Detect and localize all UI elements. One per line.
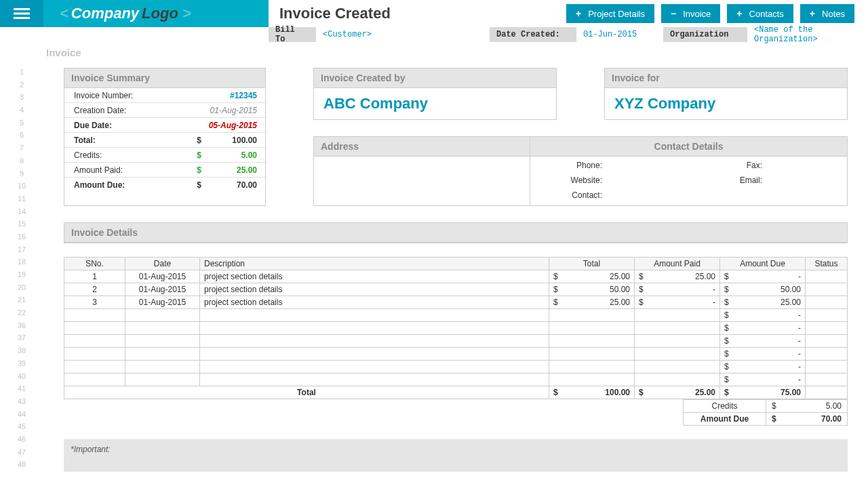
table-row-empty[interactable]: $- (64, 309, 848, 322)
table-row[interactable]: 201-Aug-2015project section details$50.0… (64, 283, 848, 296)
fax-label: Fax: (606, 161, 766, 170)
summary-row-value: 25.00 (205, 165, 265, 175)
row-number: 47 (0, 448, 43, 461)
summary-row-label: Amount Paid: (64, 165, 189, 175)
summary-row-value: #12345 (205, 91, 265, 100)
menu-button[interactable] (0, 0, 43, 27)
action-button-contacts[interactable]: +Contacts (727, 4, 793, 23)
row-number: 44 (0, 410, 43, 423)
summary-row-label: Creation Date: (64, 106, 189, 115)
row-number: 18 (0, 258, 43, 270)
contact-details-header: Contact Details (530, 137, 847, 157)
plus-icon: + (810, 8, 815, 19)
row-number: 2 (0, 81, 43, 94)
customer-value[interactable]: <Customer> (316, 27, 490, 42)
plus-icon: + (736, 8, 742, 19)
important-note: *Important: (64, 439, 848, 472)
row-number: 39 (0, 359, 43, 372)
invoice-for-value: XYZ Company (605, 88, 847, 119)
phone-label: Phone: (530, 161, 606, 170)
table-row[interactable]: 301-Aug-2015project section details$25.0… (64, 296, 848, 309)
row-number: 37 (0, 333, 43, 346)
row-number: 45 (0, 422, 43, 435)
row-number: 11 (0, 195, 43, 207)
row-number: 6 (0, 131, 43, 144)
column-header: SNo. (64, 258, 125, 270)
credits-label: Credits (684, 400, 766, 413)
row-number: 10 (0, 182, 43, 195)
row-number: 5 (0, 119, 43, 131)
contact-details-box: Contact Details Phone:Fax: Website:Email… (530, 136, 848, 206)
row-number: 22 (0, 308, 43, 321)
table-row-empty[interactable]: $- (64, 335, 848, 348)
address-header: Address (314, 137, 530, 157)
row-number: 7 (0, 144, 43, 157)
row-number: 17 (0, 245, 43, 258)
row-number: 9 (0, 169, 43, 182)
company-logo: < Company Logo > (43, 0, 269, 27)
date-created-value[interactable]: 01-Jun-2015 (576, 27, 663, 42)
summary-row-value: 70.00 (205, 180, 265, 190)
action-button-invoice[interactable]: −Invoice (661, 4, 720, 23)
summary-row-label: Invoice Number: (64, 91, 189, 100)
row-number: 43 (0, 397, 43, 410)
invoice-for-box: Invoice for XYZ Company (604, 68, 848, 120)
svg-rect-0 (14, 8, 30, 10)
created-by-value: ABC Company (314, 88, 556, 119)
minus-icon: − (671, 8, 676, 19)
row-number: 15 (0, 220, 43, 232)
details-header: Invoice Details (64, 223, 847, 243)
row-number: 20 (0, 283, 43, 296)
row-number: 8 (0, 157, 43, 169)
summary-row-label: Due Date: (64, 121, 189, 130)
row-number: 46 (0, 435, 43, 448)
column-header: Description (200, 258, 549, 270)
created-by-header: Invoice Created by (314, 68, 556, 88)
contact-label: Contact: (530, 190, 606, 200)
bill-to-label: Bill To (269, 27, 316, 42)
svg-rect-2 (14, 17, 30, 19)
organization-label: Organization (663, 27, 747, 42)
table-row-empty[interactable]: $- (64, 361, 848, 373)
summary-row-value: 5.00 (205, 150, 265, 160)
page-title: Invoice Created (269, 0, 566, 27)
summary-row-value: 05-Aug-2015 (205, 121, 265, 130)
row-number: 19 (0, 270, 43, 283)
plus-icon: + (576, 8, 581, 19)
summary-row-label: Amount Due: (64, 180, 189, 190)
row-number: 36 (0, 321, 43, 334)
row-number: 48 (0, 460, 43, 473)
table-row-empty[interactable]: $- (64, 373, 848, 386)
row-number: 1 (0, 68, 43, 81)
invoice-details-box: Invoice Details (64, 222, 848, 243)
address-box: Address (313, 136, 530, 206)
column-header: Date (125, 258, 200, 270)
organization-value[interactable]: <Name of the Organization> (747, 27, 868, 42)
summary-header: Invoice Summary (64, 68, 265, 88)
row-number: 38 (0, 346, 43, 359)
website-label: Website: (530, 176, 606, 185)
sheet-tab[interactable]: Invoice (0, 42, 868, 62)
column-header: Status (806, 258, 848, 270)
amount-due-label: Amount Due (684, 413, 766, 426)
summary-row-value: 100.00 (205, 136, 265, 145)
column-header: Amount Paid (635, 258, 720, 270)
invoice-for-header: Invoice for (605, 68, 847, 88)
created-by-box: Invoice Created by ABC Company (313, 68, 557, 120)
table-row-empty[interactable]: $- (64, 348, 848, 361)
row-number: 4 (0, 106, 43, 119)
action-button-project-details[interactable]: +Project Details (566, 4, 654, 23)
bottom-summary-table: Credits$5.00 Amount Due$70.00 (683, 399, 848, 426)
svg-rect-1 (14, 13, 30, 15)
action-button-notes[interactable]: +Notes (800, 4, 854, 23)
invoice-summary-box: Invoice Summary Invoice Number:#12345Cre… (64, 68, 266, 206)
table-row[interactable]: 101-Aug-2015project section details$25.0… (64, 270, 848, 283)
invoice-details-table: SNo.DateDescriptionTotalAmount PaidAmoun… (64, 257, 848, 399)
column-header: Total (549, 258, 635, 270)
row-number: 16 (0, 232, 43, 245)
table-row-empty[interactable]: $- (64, 322, 848, 335)
row-number: 41 (0, 384, 43, 397)
row-number: 3 (0, 93, 43, 106)
summary-row-label: Credits: (64, 150, 189, 160)
row-number: 21 (0, 296, 43, 308)
